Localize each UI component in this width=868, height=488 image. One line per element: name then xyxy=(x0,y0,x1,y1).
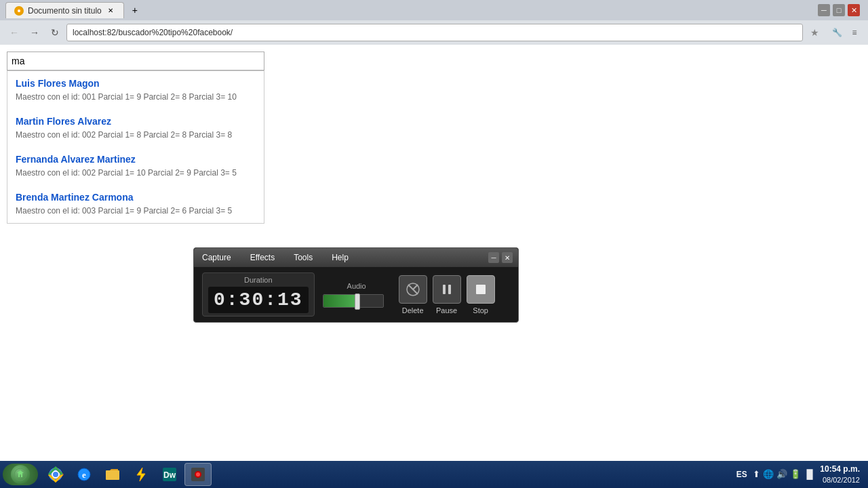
svg-text:e: e xyxy=(82,470,86,480)
title-bar: Documento sin titulo ✕ + ─ □ ✕ xyxy=(0,0,868,20)
speaker-icon[interactable]: 🔊 xyxy=(776,469,787,479)
widget-controls: ─ ✕ xyxy=(488,252,513,263)
network-icon[interactable]: 🌐 xyxy=(763,469,774,479)
browser-tools: 🔧 ≡ xyxy=(829,24,863,41)
start-button[interactable] xyxy=(3,464,38,485)
language-indicator: ES xyxy=(736,470,747,479)
result-name-0: Luis Flores Magon xyxy=(16,78,256,89)
duration-label: Duration xyxy=(208,276,309,284)
pause-label: Pause xyxy=(436,306,457,314)
maximize-button[interactable]: □ xyxy=(833,4,845,16)
pause-icon xyxy=(433,275,461,304)
delete-button[interactable]: Delete xyxy=(399,275,427,314)
widget-menu-tools[interactable]: Tools xyxy=(291,251,315,264)
svg-rect-3 xyxy=(443,285,446,294)
svg-rect-4 xyxy=(448,285,451,294)
result-desc-0: Maestro con el id: 001 Parcial 1= 9 Parc… xyxy=(16,92,237,102)
widget-minimize-button[interactable]: ─ xyxy=(488,252,499,263)
taskbar: e Dw ES ⬆ 🌐 🔊 🔋 xyxy=(0,461,868,488)
result-name-3: Brenda Martinez Carmona xyxy=(16,192,256,203)
address-bar[interactable]: localhost:82/buscador%20tipo%20facebook/ xyxy=(66,24,803,41)
audio-label: Audio xyxy=(323,282,391,290)
result-name-2: Fernanda Alvarez Martinez xyxy=(16,154,256,165)
delete-label: Delete xyxy=(402,306,424,314)
clock-date: 08/02/2012 xyxy=(820,475,860,485)
battery-icon[interactable]: 🔋 xyxy=(790,469,801,479)
forward-button[interactable]: → xyxy=(26,24,43,41)
stop-button[interactable]: Stop xyxy=(467,275,495,314)
search-results-dropdown: Luis Flores Magon Maestro con el id: 001… xyxy=(7,70,264,224)
widget-menu: Capture Effects Tools Help xyxy=(199,251,488,264)
browser-tab[interactable]: Documento sin titulo ✕ xyxy=(5,2,124,18)
taskbar-recording-app[interactable] xyxy=(184,463,212,486)
widget-body: Duration 0:30:13 Audio Delete xyxy=(194,267,518,322)
svg-rect-5 xyxy=(476,285,486,294)
tab-close-button[interactable]: ✕ xyxy=(106,6,115,16)
result-desc-2: Maestro con el id: 002 Parcial 1= 10 Par… xyxy=(16,168,237,178)
signal-icon: ▐▌ xyxy=(804,469,816,479)
stop-icon xyxy=(467,275,495,304)
taskbar-thunder[interactable] xyxy=(127,463,155,486)
delete-icon xyxy=(399,275,427,304)
audio-slider[interactable] xyxy=(323,294,384,308)
nav-bar: ← → ↻ localhost:82/buscador%20tipo%20fac… xyxy=(0,20,868,45)
system-tray: ES ⬆ 🌐 🔊 🔋 ▐▌ 10:54 p.m. 08/02/2012 xyxy=(731,464,865,485)
svg-text:Dw: Dw xyxy=(163,470,176,480)
widget-menu-effects[interactable]: Effects xyxy=(248,251,277,264)
audio-slider-fill xyxy=(323,295,356,307)
result-item-0[interactable]: Luis Flores Magon Maestro con el id: 001… xyxy=(7,71,264,109)
recording-widget: Capture Effects Tools Help ─ ✕ Duration … xyxy=(193,247,519,323)
widget-menu-help[interactable]: Help xyxy=(329,251,351,264)
result-item-1[interactable]: Martin Flores Alvarez Maestro con el id:… xyxy=(7,109,264,147)
action-buttons: Delete Pause Stop xyxy=(399,275,495,314)
close-button[interactable]: ✕ xyxy=(848,4,860,16)
result-item-3[interactable]: Brenda Martinez Carmona Maestro con el i… xyxy=(7,185,264,223)
svg-point-9 xyxy=(53,472,58,477)
tab-favicon xyxy=(14,6,24,16)
svg-marker-13 xyxy=(137,468,145,481)
audio-panel: Audio xyxy=(323,282,391,308)
widget-close-button[interactable]: ✕ xyxy=(502,252,513,263)
taskbar-ie[interactable]: e xyxy=(71,463,98,486)
result-desc-1: Maestro con el id: 002 Parcial 1= 8 Parc… xyxy=(16,130,232,140)
show-desktop-icon[interactable]: ⬆ xyxy=(753,469,760,479)
svg-rect-12 xyxy=(106,470,119,480)
result-name-1: Martin Flores Alvarez xyxy=(16,116,256,127)
taskbar-files[interactable] xyxy=(99,463,126,486)
bookmark-button[interactable]: ★ xyxy=(806,24,823,41)
back-button[interactable]: ← xyxy=(5,24,23,41)
result-item-2[interactable]: Fernanda Alvarez Martinez Maestro con el… xyxy=(7,147,264,185)
search-box xyxy=(7,52,264,70)
wrench-icon[interactable]: 🔧 xyxy=(829,24,845,41)
stop-label: Stop xyxy=(473,306,488,314)
duration-panel: Duration 0:30:13 xyxy=(202,272,315,317)
refresh-button[interactable]: ↻ xyxy=(46,24,64,41)
svg-point-1 xyxy=(18,9,20,12)
widget-titlebar: Capture Effects Tools Help ─ ✕ xyxy=(194,248,518,267)
address-text: localhost:82/buscador%20tipo%20facebook/ xyxy=(73,28,233,37)
duration-time: 0:30:13 xyxy=(208,287,309,313)
taskbar-dw[interactable]: Dw xyxy=(156,463,183,486)
clock-time: 10:54 p.m. xyxy=(820,464,860,475)
tab-title: Documento sin titulo xyxy=(28,6,102,16)
minimize-button[interactable]: ─ xyxy=(818,4,830,16)
search-input[interactable] xyxy=(7,52,264,70)
audio-slider-handle[interactable] xyxy=(355,293,360,310)
result-desc-3: Maestro con el id: 003 Parcial 1= 9 Parc… xyxy=(16,206,232,216)
clock[interactable]: 10:54 p.m. 08/02/2012 xyxy=(820,464,860,485)
new-tab-button[interactable]: + xyxy=(127,2,143,18)
pause-button[interactable]: Pause xyxy=(433,275,461,314)
svg-point-18 xyxy=(196,472,200,476)
widget-menu-capture[interactable]: Capture xyxy=(199,251,234,264)
tray-icons: ES ⬆ 🌐 🔊 🔋 ▐▌ xyxy=(736,469,816,479)
taskbar-chrome[interactable] xyxy=(42,463,69,486)
start-orb xyxy=(11,465,30,484)
menu-icon[interactable]: ≡ xyxy=(846,24,863,41)
